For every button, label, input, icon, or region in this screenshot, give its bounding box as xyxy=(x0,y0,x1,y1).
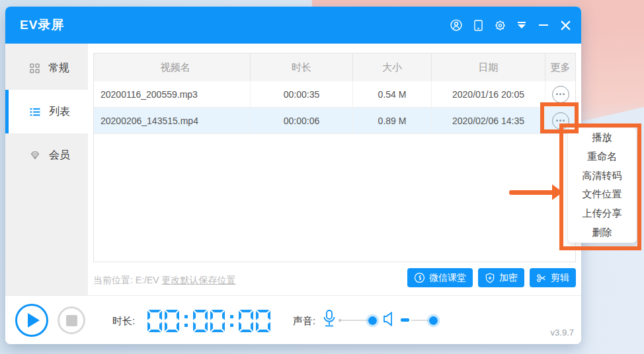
settings-icon[interactable] xyxy=(493,18,506,32)
change-save-location-link[interactable]: 更改默认保存位置 xyxy=(161,275,235,285)
sidebar-item-label: 常规 xyxy=(48,61,69,75)
speaker-volume-knob[interactable] xyxy=(429,316,438,325)
app-title: EV录屏 xyxy=(20,7,64,44)
timer-digit xyxy=(147,310,162,332)
microphone-icon xyxy=(322,309,337,332)
table-row[interactable]: 20200116_200559.mp3 00:00:35 0.54 M 2020… xyxy=(94,81,575,108)
sidebar: 常规 列表 会员 xyxy=(5,44,88,295)
encrypt-label: 加密 xyxy=(499,272,518,284)
user-icon[interactable] xyxy=(450,18,463,32)
sidebar-item-label: 会员 xyxy=(49,149,70,162)
sidebar-item-member[interactable]: 会员 xyxy=(5,133,88,177)
cell-duration: 00:00:06 xyxy=(251,108,353,133)
speaker-volume-slider[interactable] xyxy=(411,320,434,321)
speaker-volume-minus xyxy=(401,318,409,322)
duration-label: 时长: xyxy=(112,315,135,328)
sidebar-item-general[interactable]: 常规 xyxy=(5,46,88,90)
table-row-selected[interactable]: 20200206_143515.mp4 00:00:06 0.89 M 2020… xyxy=(94,108,575,134)
wechat-class-label: 微信课堂 xyxy=(429,272,466,284)
timer-colon xyxy=(184,310,188,332)
version-text: v3.9.7 xyxy=(551,328,574,337)
sidebar-item-label: 列表 xyxy=(49,105,70,119)
timer-digit xyxy=(256,310,270,332)
cell-video-name: 20200206_143515.mp4 xyxy=(94,108,251,133)
app-window: EV录屏 xyxy=(5,7,581,344)
location-label: 当前位置: E:/EV xyxy=(93,275,159,285)
timer-digit xyxy=(165,310,179,332)
header-duration: 时长 xyxy=(251,53,353,81)
cell-size: 0.54 M xyxy=(353,81,432,107)
stop-button[interactable] xyxy=(58,306,85,334)
timer-digit xyxy=(239,310,253,332)
cell-duration: 00:00:35 xyxy=(251,81,353,107)
title-bar: EV录屏 xyxy=(5,7,581,44)
minimize-icon[interactable] xyxy=(537,18,550,32)
close-icon[interactable] xyxy=(559,18,572,32)
current-location: 当前位置: E:/EV 更改默认保存位置 xyxy=(93,273,235,287)
cell-date: 2020/02/06 14:35 xyxy=(432,108,545,133)
encrypt-button[interactable]: 加密 xyxy=(478,268,524,287)
recordings-table: 视频名 时长 大小 日期 更多 20200116_200559.mp3 00:0… xyxy=(93,53,576,262)
edit-label: 剪辑 xyxy=(551,272,569,284)
table-header: 视频名 时长 大小 日期 更多 xyxy=(94,53,575,81)
control-bar: 时长: 声音: v3.9.7 xyxy=(5,295,581,344)
wechat-class-button[interactable]: 微信课堂 xyxy=(407,268,473,287)
speaker-icon xyxy=(382,311,395,330)
mic-volume-slider[interactable] xyxy=(341,320,377,321)
cell-date: 2020/01/16 20:05 xyxy=(432,81,545,107)
timer-digit xyxy=(210,310,225,332)
header-date: 日期 xyxy=(432,53,545,81)
cell-size: 0.89 M xyxy=(353,108,432,133)
timer-display xyxy=(147,310,273,332)
mic-volume-knob[interactable] xyxy=(368,316,377,325)
annotation-rect-menu xyxy=(559,124,641,250)
dropdown-icon[interactable] xyxy=(515,18,528,32)
timer-colon xyxy=(230,310,233,332)
sidebar-item-list[interactable]: 列表 xyxy=(5,90,88,133)
device-icon[interactable] xyxy=(471,18,485,32)
annotation-arrow-head xyxy=(552,184,563,200)
timer-digit xyxy=(193,310,208,332)
edit-button[interactable]: 剪辑 xyxy=(530,268,576,287)
annotation-arrow xyxy=(509,190,553,195)
header-video-name: 视频名 xyxy=(94,53,251,81)
header-size: 大小 xyxy=(353,53,432,81)
play-button[interactable] xyxy=(15,304,48,337)
more-button[interactable] xyxy=(552,86,569,103)
cell-video-name: 20200116_200559.mp3 xyxy=(94,81,251,107)
sound-label: 声音: xyxy=(293,315,315,328)
header-more: 更多 xyxy=(545,53,575,81)
